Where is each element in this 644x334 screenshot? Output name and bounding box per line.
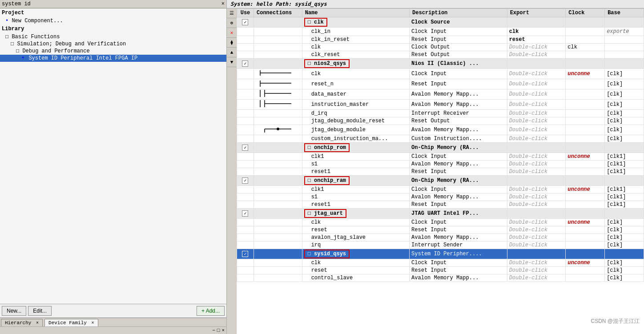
export-ram-clk1[interactable]: Double-click <box>507 186 566 193</box>
checkbox-onchip-ram[interactable] <box>242 177 248 184</box>
export-nios2-reset[interactable]: Double-click <box>507 79 566 89</box>
close-icon[interactable]: × <box>221 328 225 333</box>
export-ram-s1[interactable]: Double-click <box>507 193 566 201</box>
tab-device-family-close[interactable]: × <box>91 321 94 326</box>
project-new-component[interactable]: • New Component... <box>0 17 226 24</box>
base-rom-s1: [clk1] <box>605 161 644 168</box>
base-sysid-reset: [clk] <box>605 267 644 274</box>
table-row[interactable]: jtag_debug_module_reset Reset Output Dou… <box>237 117 644 125</box>
export-rom-s1[interactable]: Double-click <box>507 161 566 168</box>
export-uart-clk[interactable]: Double-click <box>507 219 566 226</box>
title-bar-close[interactable]: × <box>221 1 225 7</box>
checkbox-onchip-rom[interactable] <box>242 145 248 151</box>
clock-ram-s1 <box>566 193 605 201</box>
name-rom-clk1: clk1 <box>302 153 409 161</box>
base-sysid-cs: [clk] <box>605 274 644 282</box>
name-nios2: □ nios2_qsys <box>302 59 409 69</box>
checkbox-sysid[interactable] <box>242 251 248 257</box>
base-ram-s1: [clk1] <box>605 193 644 201</box>
toolbar-add-btn[interactable]: ⊕ <box>227 18 237 28</box>
table-row[interactable]: □ clk Clock Source <box>237 17 644 28</box>
th-base: Base <box>605 9 644 17</box>
table-row[interactable]: clk Clock Input Double-click unconne [cl… <box>237 69 644 79</box>
desc-clk-reset: Reset Output <box>410 51 507 59</box>
export-nios2-dm[interactable]: Double-click <box>507 89 566 100</box>
clock-clk <box>566 17 605 28</box>
new-button[interactable]: New... <box>2 306 26 316</box>
export-uart-irq[interactable]: Double-click <box>507 241 566 249</box>
export-clk-reset-dc[interactable]: Double-click <box>507 51 566 59</box>
export-sysid-clk[interactable]: Double-click <box>507 259 566 267</box>
table-row[interactable]: clk_in Clock Input clk exporte <box>237 28 644 36</box>
tree-basic-functions[interactable]: □ Basic Functions <box>0 33 226 40</box>
export-nios2-jdm[interactable]: Double-click <box>507 125 566 135</box>
export-nios2-jdr[interactable]: Double-click <box>507 117 566 125</box>
table-row[interactable]: reset1 Reset Input Double-click [clk1] <box>237 168 644 176</box>
table-row[interactable]: instruction_master Avalon Memory Mapp...… <box>237 100 644 110</box>
table-row[interactable]: clk1 Clock Input Double-click unconne [c… <box>237 153 644 161</box>
checkbox-clk[interactable] <box>242 19 248 25</box>
th-connections: Connections <box>254 9 302 17</box>
toolbar-down-btn[interactable]: ▼ <box>227 57 237 67</box>
table-row[interactable]: reset1 Reset Input Double-click [clk1] <box>237 201 644 209</box>
table-row[interactable]: reset Reset Input Double-click [clk] <box>237 226 644 234</box>
tab-hierarchy-close[interactable]: × <box>36 321 39 326</box>
table-row[interactable]: avalon_jtag_slave Avalon Memory Mapp... … <box>237 234 644 241</box>
desc-uart-reset: Reset Input <box>410 226 507 234</box>
table-row[interactable]: clk1 Clock Input Double-click unconne [c… <box>237 186 644 193</box>
checkbox-nios2[interactable] <box>242 60 248 67</box>
table-row[interactable]: clk Clock Output Double-click clk <box>237 44 644 51</box>
table-row[interactable]: clk Clock Input Double-click unconne [cl… <box>237 219 644 226</box>
export-sysid-cs[interactable]: Double-click <box>507 274 566 282</box>
table-row[interactable]: data_master Avalon Memory Mapp... Double… <box>237 89 644 100</box>
export-sysid-reset[interactable]: Double-click <box>507 267 566 274</box>
table-row[interactable]: □ nios2_qsys Nios II (Classic) ... <box>237 59 644 69</box>
table-row[interactable]: reset_n Reset Input Double-click [clk] <box>237 79 644 89</box>
tree-sysid[interactable]: • System ID Peripheral Intel FPGA IP <box>0 55 226 62</box>
export-ram-reset1[interactable]: Double-click <box>507 201 566 209</box>
base-nios2-dirq: [clk] <box>605 110 644 117</box>
export-rom-reset1[interactable]: Double-click <box>507 168 566 176</box>
table-row[interactable]: clk Clock Input Double-click unconne [cl… <box>237 259 644 267</box>
export-nios2-im[interactable]: Double-click <box>507 100 566 110</box>
tab-device-family[interactable]: Device Family × <box>44 319 98 326</box>
tree-sim-debug[interactable]: □ Simulation; Debug and Verification <box>0 40 226 48</box>
table-row[interactable]: s1 Avalon Memory Mapp... Double-click [c… <box>237 161 644 168</box>
export-nios2-dirq[interactable]: Double-click <box>507 110 566 117</box>
toolbar-up-btn[interactable]: ▲ <box>227 48 237 57</box>
table-row[interactable]: □ sysid_qsys System ID Peripher.... <box>237 249 644 259</box>
maximize-icon[interactable]: □ <box>217 328 220 333</box>
table-row[interactable]: □ onchip_rom On-Chip Memory (RA... <box>237 143 644 153</box>
name-nios2-reset: reset_n <box>302 79 409 89</box>
toolbar-menu-btn[interactable]: ☰ <box>227 8 237 18</box>
export-uart-reset[interactable]: Double-click <box>507 226 566 234</box>
table-row[interactable]: s1 Avalon Memory Mapp... Double-click [c… <box>237 193 644 201</box>
desc-uart-clk: Clock Input <box>410 219 507 226</box>
table-row[interactable]: □ jtag_uart JTAG UART Intel FP... <box>237 209 644 219</box>
table-row[interactable]: jtag_debug_module Avalon Memory Mapp... … <box>237 125 644 135</box>
table-row[interactable]: reset Reset Input Double-click [clk] <box>237 267 644 274</box>
table-row[interactable]: clk_reset Reset Output Double-click <box>237 51 644 59</box>
table-row[interactable]: irq Interrupt Sender Double-click [clk] <box>237 241 644 249</box>
export-clk-dc[interactable]: Double-click <box>507 44 566 51</box>
toolbar-remove-btn[interactable]: ✕ <box>227 28 237 38</box>
table-row[interactable]: d_irq Interrupt Receiver Double-click [c… <box>237 110 644 117</box>
edit-button[interactable]: Edit... <box>28 306 52 316</box>
add-button[interactable]: + Add... <box>197 306 225 316</box>
export-nios2-ci[interactable]: Double-click <box>507 135 566 143</box>
toolbar-edit-btn[interactable]: ⧫ <box>227 38 237 48</box>
checkbox-jtag-uart[interactable] <box>242 210 248 217</box>
export-clk-in: clk <box>507 28 566 36</box>
tree-debug-perf[interactable]: □ Debug and Performance <box>0 48 226 55</box>
desc-clk-out: Clock Output <box>410 44 507 51</box>
bottom-icons: − □ × <box>212 328 225 333</box>
tab-hierarchy[interactable]: Hierarchy × <box>1 319 43 326</box>
table-row[interactable]: custom_instruction_ma... Custom Instruct… <box>237 135 644 143</box>
export-uart-ajs[interactable]: Double-click <box>507 234 566 241</box>
export-rom-clk1[interactable]: Double-click <box>507 153 566 161</box>
minimize-icon[interactable]: − <box>212 328 215 333</box>
table-row[interactable]: control_slave Avalon Memory Mapp... Doub… <box>237 274 644 282</box>
export-nios2-clk[interactable]: Double-click <box>507 69 566 79</box>
table-row[interactable]: clk_in_reset Reset Input reset <box>237 36 644 44</box>
table-row[interactable]: □ onchip_ram On-Chip Memory (RA... <box>237 176 644 186</box>
